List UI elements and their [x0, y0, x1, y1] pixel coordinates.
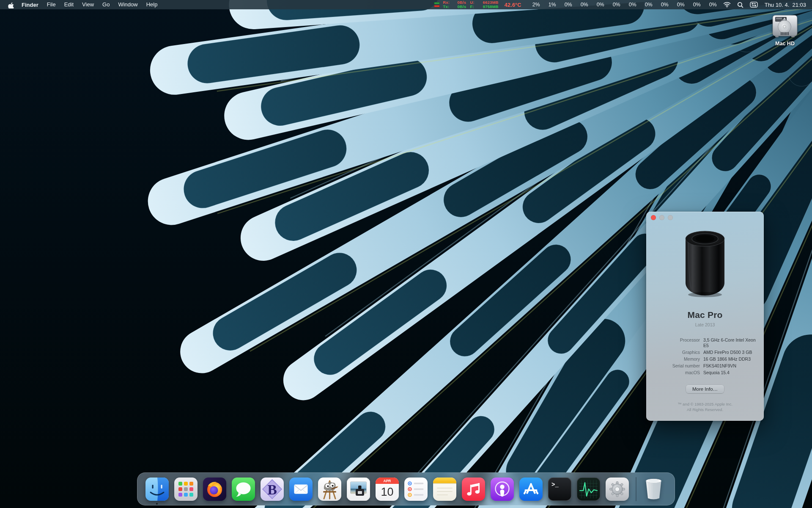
tx-label: Tx:	[443, 5, 450, 9]
cpu-usage-percent-8[interactable]: 0%	[642, 2, 653, 8]
dock-icon-appstore[interactable]	[519, 478, 543, 501]
control-center-icon[interactable]	[750, 2, 758, 8]
cpu-usage-percent-6[interactable]: 0%	[609, 2, 620, 8]
dock-icon-terminal[interactable]: >_	[548, 478, 571, 501]
dock-icon-notes[interactable]	[433, 478, 456, 501]
dock-icon-calendar[interactable]: APR 10	[376, 478, 399, 501]
cpu-usage-percent-2[interactable]: 1%	[545, 2, 556, 8]
dock-separator	[636, 477, 636, 501]
dock-icon-trash[interactable]	[644, 478, 667, 501]
copyright-notice: ™ and © 1983-2025 Apple Inc. All Rights …	[678, 401, 732, 412]
svg-text:>_: >_	[551, 481, 559, 488]
menu-app-name[interactable]: Finder	[17, 2, 43, 8]
dock-icon-gimp[interactable]	[318, 478, 341, 501]
dock-icon-firefox[interactable]	[203, 478, 226, 501]
copyright-line-1: ™ and © 1983-2025 Apple Inc.	[678, 401, 732, 407]
cpu-usage-list: 2%1%0%0%0%0%0%0%0%0%0%0%	[524, 2, 717, 8]
about-this-mac-window: Mac Pro Late 2013 Processor3,5 GHz 6-Cor…	[646, 212, 764, 421]
copyright-line-2: All Rights Reserved.	[678, 407, 732, 412]
mac-pro-cylinder-image	[684, 229, 726, 300]
svg-text:B: B	[267, 481, 277, 497]
network-activity-icon	[434, 2, 440, 7]
spotlight-search-icon[interactable]	[737, 2, 743, 8]
drive-label: Mac HD	[770, 41, 800, 47]
dock-icon-podcasts[interactable]	[491, 478, 514, 501]
menu-bar-left: Finder FileEditViewGoWindowHelp	[0, 0, 162, 9]
dock-icon-launchpad[interactable]	[174, 478, 198, 501]
menu-bar-right: Rx: 0B/s U: 6623MB Tx: 0B/s F: 9758MB 42…	[434, 0, 812, 9]
menu-bar-clock[interactable]: Thu 10. 4. 21:03	[765, 2, 806, 8]
menu-view[interactable]: View	[78, 0, 98, 9]
wifi-icon[interactable]	[723, 2, 731, 8]
cpu-usage-percent-10[interactable]: 0%	[674, 2, 685, 8]
dock-icon-settings[interactable]	[606, 478, 629, 501]
menu-items: FileEditViewGoWindowHelp	[43, 0, 162, 9]
running-indicator-dot	[156, 503, 158, 505]
dock: B APR 10	[137, 472, 675, 505]
spec-label-processor: Processor	[652, 337, 700, 348]
spec-label-memory: Memory	[652, 356, 700, 362]
cpu-usage-percent-4[interactable]: 0%	[577, 2, 588, 8]
menu-window[interactable]: Window	[114, 0, 142, 9]
menu-help[interactable]: Help	[142, 0, 162, 9]
dock-icon-music[interactable]	[462, 478, 485, 501]
spec-value-processor: 3,5 GHz 6-Core Intel Xeon E5	[703, 337, 758, 348]
more-info-button[interactable]: More Info…	[686, 385, 724, 393]
machine-name: Mac Pro	[687, 310, 722, 320]
spec-value-memory: 16 GB 1866 MHz DDR3	[703, 356, 758, 362]
cpu-usage-percent-11[interactable]: 0%	[690, 2, 701, 8]
system-stats-widget[interactable]: Rx: 0B/s U: 6623MB Tx: 0B/s F: 9758MB	[434, 0, 498, 9]
apple-logo-icon[interactable]	[8, 1, 14, 8]
spec-label-macos: macOS	[652, 370, 700, 375]
dock-icon-activity-monitor[interactable]	[577, 478, 600, 501]
dock-icon-finder[interactable]	[145, 478, 169, 501]
dock-icon-reminders[interactable]	[404, 478, 428, 501]
dock-icon-mail[interactable]	[289, 478, 313, 501]
spec-list: Processor3,5 GHz 6-Core Intel Xeon E5Gra…	[652, 337, 758, 375]
zoom-window-button[interactable]	[668, 215, 673, 220]
free-label: F:	[470, 5, 474, 9]
cpu-usage-percent-1[interactable]: 2%	[529, 2, 540, 8]
menu-file[interactable]: File	[43, 0, 60, 9]
cpu-usage-percent-5[interactable]: 0%	[593, 2, 604, 8]
dock-icon-preview[interactable]	[347, 478, 370, 501]
tx-value: 0B/s	[453, 5, 466, 9]
svg-text:10: 10	[381, 486, 393, 498]
spec-label-graphics: Graphics	[652, 350, 700, 355]
menu-go[interactable]: Go	[98, 0, 114, 9]
spec-value-graphics: AMD FirePro D500 3 GB	[703, 350, 758, 355]
hard-drive-icon	[772, 32, 798, 39]
desktop-icon-mac-hd[interactable]: Mac HD	[770, 15, 800, 47]
minimize-window-button[interactable]	[659, 215, 664, 220]
spec-value-serial-number: F5KS401NF9VN	[703, 363, 758, 369]
menu-bar: Finder FileEditViewGoWindowHelp Rx: 0B/s…	[0, 0, 812, 9]
spec-value-macos: Sequoia 15.4	[703, 370, 758, 375]
cpu-usage-percent-12[interactable]: 0%	[706, 2, 717, 8]
spec-label-serial-number: Serial number	[652, 363, 700, 369]
dock-icon-messages[interactable]	[232, 478, 255, 501]
close-window-button[interactable]	[651, 215, 656, 220]
window-controls	[651, 215, 673, 220]
cpu-usage-percent-3[interactable]: 0%	[561, 2, 572, 8]
cpu-usage-percent-7[interactable]: 0%	[625, 2, 636, 8]
machine-model-year: Late 2013	[695, 322, 715, 327]
cpu-usage-percent-9[interactable]: 0%	[658, 2, 669, 8]
cpu-temperature[interactable]: 42.6°C	[505, 2, 521, 8]
menu-edit[interactable]: Edit	[60, 0, 78, 9]
dock-icon-bbedit[interactable]: B	[261, 478, 284, 501]
svg-text:APR: APR	[383, 479, 391, 483]
free-value: 9758MB	[478, 5, 499, 9]
network-memory-readout: Rx: 0B/s U: 6623MB Tx: 0B/s F: 9758MB	[443, 0, 498, 9]
